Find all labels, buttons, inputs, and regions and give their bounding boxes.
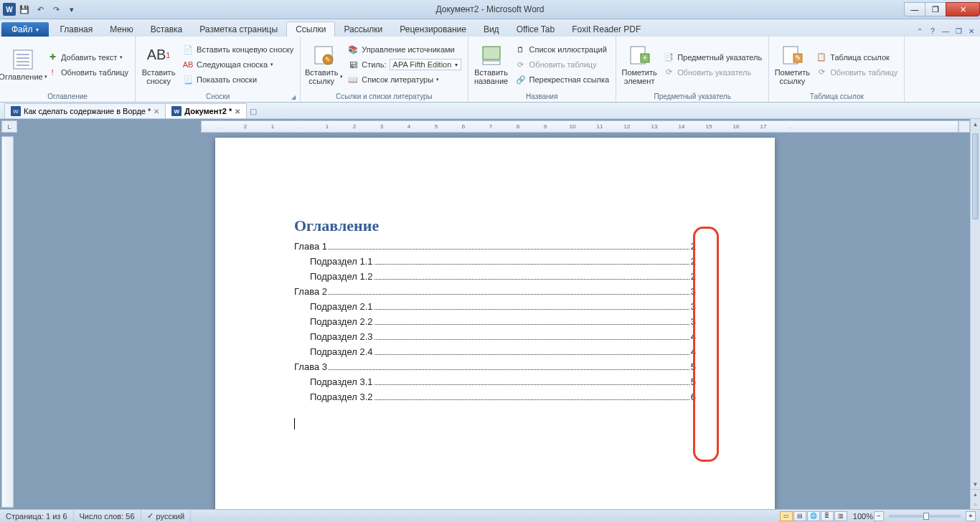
minimize-ribbon-button[interactable]: ⌃: [914, 25, 925, 37]
toc-entry[interactable]: Подраздел 3.1 5: [294, 376, 696, 387]
update-index-button[interactable]: ⟳Обновить указатель: [661, 65, 764, 80]
update-toa-button[interactable]: ⟳Обновить таблицу: [814, 65, 900, 80]
toc-entry-page: 4: [691, 331, 696, 342]
document-tab[interactable]: W Документ2 * ✕: [165, 103, 247, 118]
prev-page-icon[interactable]: ▲: [971, 490, 980, 500]
insert-caption-button[interactable]: Вставить название: [473, 38, 510, 91]
toc-entry[interactable]: Подраздел 1.2 2: [294, 271, 696, 282]
tab-home[interactable]: Главная: [52, 22, 102, 37]
update-toc-button[interactable]: !Обновить таблицу: [44, 65, 131, 80]
view-print-layout[interactable]: ▭: [780, 511, 793, 521]
document-tab[interactable]: W Как сделать содержание в Ворде * ✕: [4, 103, 166, 118]
close-button[interactable]: ✕: [946, 2, 980, 16]
view-full-screen[interactable]: ▤: [793, 511, 806, 521]
toc-leader: [374, 264, 689, 265]
toc-entry[interactable]: Подраздел 3.2 6: [294, 392, 696, 402]
file-tab[interactable]: Файл: [1, 22, 49, 37]
bibliography-button[interactable]: 📖Список литературы ▾: [345, 72, 463, 87]
tab-mailings[interactable]: Рассылки: [335, 22, 391, 37]
scroll-thumb[interactable]: [972, 133, 979, 219]
status-word-count[interactable]: Число слов: 56: [74, 510, 141, 522]
tab-review[interactable]: Рецензирование: [391, 22, 475, 37]
toc-entry-page: 4: [691, 346, 696, 357]
show-notes-button[interactable]: 📃Показать сноски: [180, 72, 296, 87]
mark-citation-button[interactable]: ✎ Пометить ссылку: [773, 38, 811, 91]
update-figures-button[interactable]: ⟳Обновить таблицу: [513, 57, 612, 72]
qat-redo[interactable]: ↷: [49, 2, 63, 16]
mark-citation-icon: ✎: [781, 44, 804, 67]
ribbon-tabs: Файл Главная Меню Вставка Разметка стран…: [0, 19, 980, 37]
mdi-max-icon[interactable]: ❐: [953, 25, 964, 37]
view-outline[interactable]: ≣: [821, 511, 834, 521]
tab-view[interactable]: Вид: [475, 22, 508, 37]
insert-citation-button[interactable]: ✎ Вставить ссылку▾: [305, 38, 342, 91]
status-language[interactable]: ✓русский: [141, 510, 191, 522]
toc-entry[interactable]: Подраздел 2.4 4: [294, 346, 696, 357]
status-page[interactable]: Страница: 1 из 6: [0, 510, 74, 522]
scroll-down-icon[interactable]: ▼: [971, 479, 980, 489]
close-tab-icon[interactable]: ✕: [235, 108, 240, 115]
insert-endnote-button[interactable]: 📄Вставить концевую сноску: [180, 42, 296, 57]
mdi-close-icon[interactable]: ✕: [966, 25, 977, 37]
zoom-in-button[interactable]: +: [966, 511, 976, 521]
view-draft[interactable]: ▥: [834, 511, 847, 521]
app-icon[interactable]: W: [3, 3, 16, 16]
toc-entry[interactable]: Подраздел 2.2 3: [294, 316, 696, 327]
tab-office-tab[interactable]: Office Tab: [508, 22, 564, 37]
qat-undo[interactable]: ↶: [33, 2, 47, 16]
tab-menu[interactable]: Меню: [101, 22, 141, 37]
mdi-min-icon[interactable]: —: [940, 25, 951, 37]
horizontal-ruler[interactable]: .21.1234567891011121314151617.: [201, 120, 958, 133]
tab-references[interactable]: Ссылки: [286, 22, 335, 37]
zoom-slider[interactable]: [889, 515, 961, 518]
zoom-level[interactable]: 100%: [853, 512, 873, 521]
mark-entry-icon: +: [628, 44, 651, 67]
toc-entry[interactable]: Подраздел 2.3 4: [294, 331, 696, 342]
toc-entry-page: 3: [691, 286, 696, 297]
vertical-ruler[interactable]: [1, 136, 14, 508]
document-tab-label: Документ2 *: [184, 107, 232, 115]
mark-entry-button[interactable]: + Пометить элемент: [621, 38, 658, 91]
insert-index-button[interactable]: 📑Предметный указатель: [661, 50, 764, 65]
toc-entry[interactable]: Глава 3 5: [294, 361, 696, 372]
toc-entry[interactable]: Подраздел 2.1 3: [294, 301, 696, 312]
qat-save[interactable]: 💾: [17, 2, 32, 16]
insert-footnote-button[interactable]: AB1 Вставить сноску: [140, 38, 177, 91]
endnote-icon: 📄: [182, 44, 194, 55]
zoom-out-button[interactable]: −: [874, 511, 884, 521]
toc-button[interactable]: Оглавление▾: [4, 38, 42, 91]
word-doc-icon: W: [11, 106, 21, 116]
toc-entry[interactable]: Подраздел 1.1 2: [294, 256, 696, 267]
zoom-knob[interactable]: [923, 513, 929, 520]
add-text-button[interactable]: ✚Добавить текст ▾: [44, 50, 131, 65]
toc-entry[interactable]: Глава 2 3: [294, 286, 696, 297]
insert-toa-button[interactable]: 📋Таблица ссылок: [814, 50, 900, 65]
maximize-button[interactable]: ❐: [925, 2, 946, 16]
vertical-scrollbar[interactable]: ▲ ▼ ▲ ○: [970, 119, 980, 509]
manage-sources-button[interactable]: 📚Управление источниками: [345, 42, 463, 57]
minimize-button[interactable]: —: [904, 2, 925, 16]
scroll-up-icon[interactable]: ▲: [971, 119, 980, 129]
toc-entry-page: 3: [691, 301, 696, 312]
next-footnote-button[interactable]: ABСледующая сноска ▾: [180, 57, 296, 72]
help-button[interactable]: ?: [927, 25, 938, 37]
view-web-layout[interactable]: 🌐: [807, 511, 820, 521]
close-tab-icon[interactable]: ✕: [154, 108, 159, 115]
qat-customize[interactable]: ▾: [65, 2, 79, 16]
tab-insert[interactable]: Вставка: [142, 22, 192, 37]
toc-entry[interactable]: Глава 1 2: [294, 241, 696, 252]
footnote-launcher[interactable]: ◢: [291, 94, 296, 100]
new-document-tab[interactable]: ▢: [246, 105, 260, 118]
cross-reference-button[interactable]: 🔗Перекрестная ссылка: [513, 72, 612, 87]
toc-entry-text: Подраздел 3.1: [310, 376, 373, 387]
style-dropdown[interactable]: APA Fifth Edition: [390, 59, 461, 70]
table-of-figures-button[interactable]: 🗒Список иллюстраций: [513, 42, 612, 57]
document-page[interactable]: Оглавление Глава 1 2Подраздел 1.1 2Подра…: [215, 138, 775, 518]
tab-page-layout[interactable]: Разметка страницы: [191, 22, 286, 37]
browse-object-icon[interactable]: ○: [971, 500, 980, 510]
tab-selector[interactable]: L: [1, 120, 17, 133]
ruler-toggle[interactable]: [958, 120, 970, 133]
citation-style-combo[interactable]: 🗟Стиль: APA Fifth Edition: [345, 57, 463, 72]
window-title: Документ2 - Microsoft Word: [435, 4, 544, 14]
tab-foxit[interactable]: Foxit Reader PDF: [563, 22, 649, 37]
